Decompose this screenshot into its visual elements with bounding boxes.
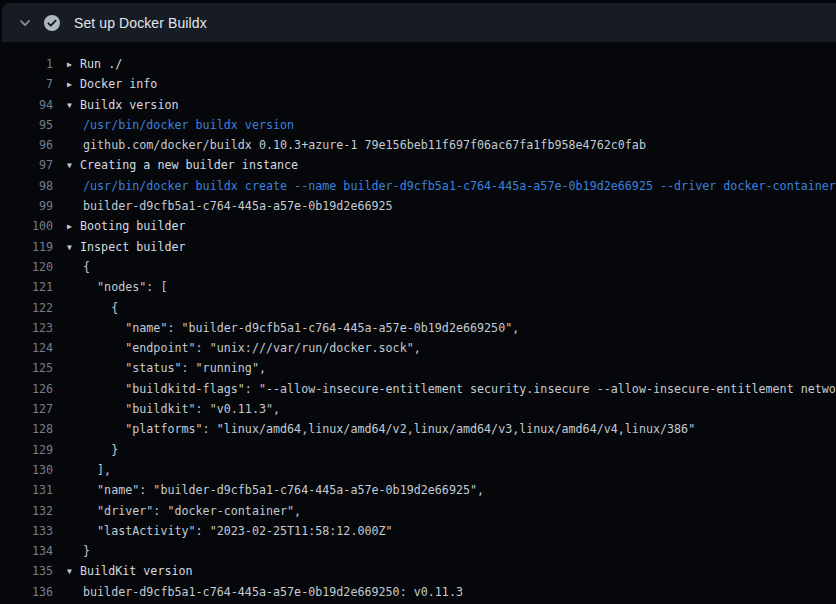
line-number[interactable]: 98	[0, 176, 53, 196]
output-text: "driver": "docker-container",	[83, 504, 301, 518]
group-title: BuildKit version	[80, 564, 193, 578]
line-content: "buildkit": "v0.11.3",	[67, 399, 280, 419]
log-line[interactable]: 100▶Booting builder	[0, 216, 836, 236]
line-number[interactable]: 134	[0, 541, 53, 561]
log-line: 132 "driver": "docker-container",	[0, 501, 836, 521]
output-text: "nodes": [	[83, 280, 167, 294]
line-number[interactable]: 1	[0, 54, 53, 74]
log-line[interactable]: 7▶Docker info	[0, 74, 836, 94]
log-line: 121 "nodes": [	[0, 277, 836, 297]
triangle-right-icon: ▶	[67, 55, 80, 74]
line-number[interactable]: 94	[0, 95, 53, 115]
line-number[interactable]: 100	[0, 216, 53, 236]
log-line[interactable]: 119▼Inspect builder	[0, 237, 836, 257]
log-line[interactable]: 97▼Creating a new builder instance	[0, 155, 836, 175]
step-title: Set up Docker Buildx	[74, 15, 207, 31]
log-line: 124 "endpoint": "unix:///var/run/docker.…	[0, 338, 836, 358]
output-text: "status": "running",	[83, 361, 266, 375]
line-number[interactable]: 124	[0, 338, 53, 358]
triangle-right-icon: ▶	[67, 75, 80, 94]
log-line: 134}	[0, 541, 836, 561]
line-number[interactable]: 99	[0, 196, 53, 216]
line-content: /usr/bin/docker buildx version	[67, 115, 294, 135]
log-line: 131 "name": "builder-d9cfb5a1-c764-445a-…	[0, 480, 836, 500]
log-line: 96github.com/docker/buildx 0.10.3+azure-…	[0, 135, 836, 155]
log-line[interactable]: 94▼Buildx version	[0, 95, 836, 115]
line-number[interactable]: 126	[0, 379, 53, 399]
chevron-down-icon[interactable]	[18, 16, 32, 30]
line-number[interactable]: 120	[0, 257, 53, 277]
line-number[interactable]: 119	[0, 237, 53, 257]
line-content: "name": "builder-d9cfb5a1-c764-445a-a57e…	[67, 318, 519, 338]
log-line: 129 }	[0, 440, 836, 460]
log-line: 95/usr/bin/docker buildx version	[0, 115, 836, 135]
log-area: 1▶Run ./7▶Docker info94▼Buildx version95…	[0, 42, 836, 602]
line-number[interactable]: 96	[0, 135, 53, 155]
line-content: /usr/bin/docker buildx create --name bui…	[67, 176, 836, 196]
line-content: builder-d9cfb5a1-c764-445a-a57e-0b19d2e6…	[67, 196, 393, 216]
line-content: "platforms": "linux/amd64,linux/amd64/v2…	[67, 419, 695, 439]
log-line: 133 "lastActivity": "2023-02-25T11:58:12…	[0, 521, 836, 541]
line-content: "status": "running",	[67, 358, 266, 378]
line-content: github.com/docker/buildx 0.10.3+azure-1 …	[67, 135, 646, 155]
output-text: "name": "builder-d9cfb5a1-c764-445a-a57e…	[83, 483, 484, 497]
line-number[interactable]: 127	[0, 399, 53, 419]
line-number[interactable]: 95	[0, 115, 53, 135]
line-number[interactable]: 136	[0, 582, 53, 602]
command-text: /usr/bin/docker buildx create --name bui…	[83, 179, 836, 193]
output-text: ],	[83, 463, 111, 477]
line-content: ▼Buildx version	[67, 95, 179, 115]
log-line[interactable]: 1▶Run ./	[0, 54, 836, 74]
log-line[interactable]: 135▼BuildKit version	[0, 561, 836, 581]
log-line: 126 "buildkitd-flags": "--allow-insecure…	[0, 379, 836, 399]
line-content: "endpoint": "unix:///var/run/docker.sock…	[67, 338, 421, 358]
log-line: 120{	[0, 257, 836, 277]
log-line: 128 "platforms": "linux/amd64,linux/amd6…	[0, 419, 836, 439]
log-line: 122 {	[0, 298, 836, 318]
line-number[interactable]: 131	[0, 480, 53, 500]
triangle-right-icon: ▶	[67, 217, 80, 236]
line-content: ▼BuildKit version	[67, 561, 193, 581]
output-text: "name": "builder-d9cfb5a1-c764-445a-a57e…	[83, 321, 519, 335]
group-title: Buildx version	[80, 98, 179, 112]
line-content: ▶Booting builder	[67, 216, 186, 236]
line-number[interactable]: 132	[0, 501, 53, 521]
output-text: }	[83, 443, 118, 457]
check-circle-icon	[43, 14, 61, 32]
log-line: 123 "name": "builder-d9cfb5a1-c764-445a-…	[0, 318, 836, 338]
log-line: 127 "buildkit": "v0.11.3",	[0, 399, 836, 419]
output-text: github.com/docker/buildx 0.10.3+azure-1 …	[83, 138, 646, 152]
line-content: ▼Inspect builder	[67, 237, 186, 257]
line-number[interactable]: 129	[0, 440, 53, 460]
line-number[interactable]: 7	[0, 74, 53, 94]
triangle-down-icon: ▼	[67, 562, 80, 581]
output-text: builder-d9cfb5a1-c764-445a-a57e-0b19d2e6…	[83, 585, 463, 599]
line-number[interactable]: 125	[0, 358, 53, 378]
log-line: 98/usr/bin/docker buildx create --name b…	[0, 176, 836, 196]
line-number[interactable]: 133	[0, 521, 53, 541]
line-content: {	[67, 298, 118, 318]
triangle-down-icon: ▼	[67, 156, 80, 175]
line-content: ▶Docker info	[67, 74, 157, 94]
output-text: {	[83, 301, 118, 315]
line-content: "driver": "docker-container",	[67, 501, 301, 521]
log-line: 130 ],	[0, 460, 836, 480]
group-title: Booting builder	[80, 219, 186, 233]
output-text: "platforms": "linux/amd64,linux/amd64/v2…	[83, 422, 695, 436]
line-content: "nodes": [	[67, 277, 167, 297]
line-number[interactable]: 121	[0, 277, 53, 297]
line-number[interactable]: 128	[0, 419, 53, 439]
line-content: "name": "builder-d9cfb5a1-c764-445a-a57e…	[67, 480, 484, 500]
line-number[interactable]: 130	[0, 460, 53, 480]
step-header[interactable]: Set up Docker Buildx	[2, 3, 836, 42]
line-content: ],	[67, 460, 111, 480]
command-text: /usr/bin/docker buildx version	[83, 118, 294, 132]
line-number[interactable]: 135	[0, 561, 53, 581]
output-text: "buildkitd-flags": "--allow-insecure-ent…	[83, 382, 836, 396]
group-title: Creating a new builder instance	[80, 158, 298, 172]
line-number[interactable]: 123	[0, 318, 53, 338]
line-number[interactable]: 97	[0, 155, 53, 175]
line-content: "lastActivity": "2023-02-25T11:58:12.000…	[67, 521, 393, 541]
line-number[interactable]: 122	[0, 298, 53, 318]
log-line: 136builder-d9cfb5a1-c764-445a-a57e-0b19d…	[0, 582, 836, 602]
